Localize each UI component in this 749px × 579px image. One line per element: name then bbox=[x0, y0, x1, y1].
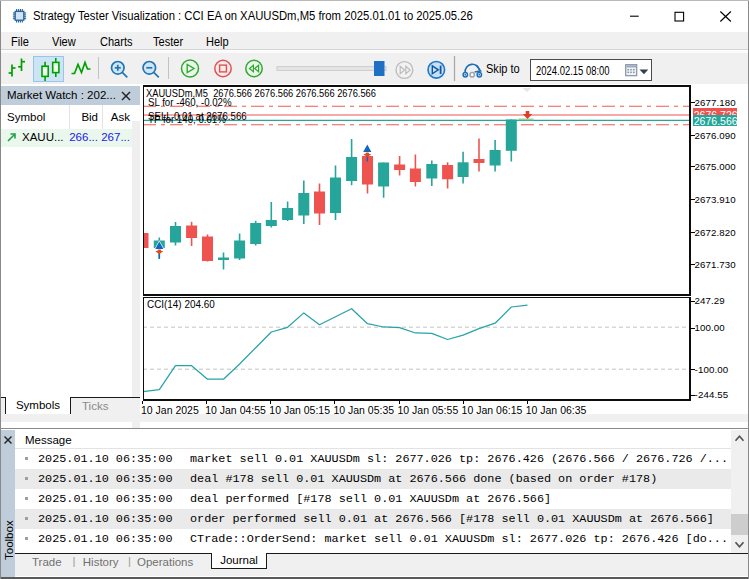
svg-text:Toolbox: Toolbox bbox=[3, 520, 15, 560]
